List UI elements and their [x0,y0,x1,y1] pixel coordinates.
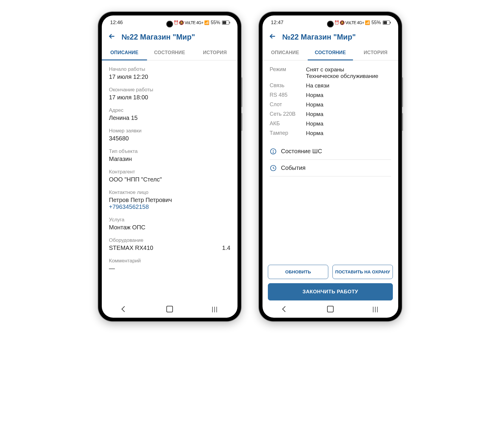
equipment-name: STEMAX RX410 [109,245,153,251]
clock: 12:47 [271,20,284,26]
type-label: Тип объекта [109,148,230,154]
service-label: Услуга [109,217,230,223]
end-label: Окончание работы [109,87,230,93]
slot-value: Норма [306,101,391,108]
hw-button-power [241,113,242,131]
status-icons: ⏰ 🔕 VoLTE 4G+ 📶 55% [174,20,229,25]
page-title: №22 Магазин "Мир" [121,33,195,41]
arm-button[interactable]: ПОСТАВИТЬ НА ОХРАНУ [332,265,393,279]
front-camera-icon [327,21,334,27]
address-label: Адрес [109,107,230,113]
request-label: Номер заявки [109,128,230,134]
loops-link[interactable]: Состояние ШС [270,143,391,160]
hw-button-volume [241,77,242,107]
phone-right: 12:47 ⏰ 🔕 VoLTE 4G+ 📶 55% №22 Магазин "М… [259,12,402,321]
refresh-button[interactable]: ОБНОВИТЬ [268,265,328,279]
system-nav-bar [262,300,398,318]
nav-recents-button[interactable] [370,306,382,313]
slot-key: Слот [270,101,302,108]
status-icons: ⏰ 🔕 VoLTE 4G+ 📶 55% [334,20,390,25]
nav-recents-button[interactable] [209,306,221,313]
battery-text: 55% [371,20,381,25]
nav-home-button[interactable] [164,306,176,312]
comment-label: Комментарий [109,258,230,264]
back-button[interactable] [268,32,277,42]
comment-value: — [109,265,230,272]
action-buttons-row: ОБНОВИТЬ ПОСТАВИТЬ НА ОХРАНУ [262,261,398,279]
net-key: Сеть 220В [270,111,302,118]
svg-point-2 [273,152,274,153]
status-content: Режим Снят с охраны Техническое обслужив… [262,62,398,261]
page-title: №22 Магазин "Мир" [282,33,356,41]
contact-label: Контактное лицо [109,189,230,195]
tab-description[interactable]: ОПИСАНИЕ [102,46,147,60]
service-value: Монтаж ОПС [109,224,230,231]
events-label: События [281,165,306,171]
tamper-key: Тампер [270,130,302,137]
status-indicators: ⏰ 🔕 VoLTE 4G+ 📶 [174,20,209,25]
app-header: №22 Магазин "Мир" [102,30,238,46]
start-label: Начало работы [109,66,230,72]
events-link[interactable]: События [270,160,391,176]
nav-home-button[interactable] [324,306,336,312]
front-camera-icon [166,21,173,27]
loops-label: Состояние ШС [281,148,322,155]
mode-key: Режим [270,66,302,79]
phone-left: 12:46 ⏰ 🔕 VoLTE 4G+ 📶 55% №22 Магазин "М… [98,12,241,321]
partner-value: ООО "НПП "Стелс" [109,176,230,183]
alert-circle-icon [270,148,277,155]
status-table: Режим Снят с охраны Техническое обслужив… [270,66,391,137]
tab-bar: ОПИСАНИЕ СОСТОЯНИЕ ИСТОРИЯ [262,46,398,60]
address-value: Ленина 15 [109,115,230,121]
akb-value: Норма [306,120,391,127]
tab-bar: ОПИСАНИЕ СОСТОЯНИЕ ИСТОРИЯ [102,46,238,60]
battery-icon [383,21,390,25]
back-button[interactable] [108,32,116,42]
battery-icon [222,21,229,25]
akb-key: АКБ [270,120,302,127]
tab-history[interactable]: ИСТОРИЯ [353,46,398,60]
rs-key: RS 485 [270,92,302,98]
hw-button-volume [402,77,403,107]
description-content: Начало работы 17 июля 12:20 Окончание ра… [102,62,238,300]
type-value: Магазин [109,156,230,162]
tab-history[interactable]: ИСТОРИЯ [192,46,238,60]
tab-status[interactable]: СОСТОЯНИЕ [147,46,192,60]
finish-work-button[interactable]: ЗАКОНЧИТЬ РАБОТУ [268,283,393,300]
link-value: На связи [306,82,391,89]
app-header: №22 Магазин "Мир" [262,30,398,46]
tab-description[interactable]: ОПИСАНИЕ [262,46,308,60]
start-value: 17 июля 12:20 [109,73,230,80]
clock: 12:46 [110,20,123,26]
nav-back-button[interactable] [279,307,291,311]
hw-button-power [402,113,403,131]
request-value: 345680 [109,135,230,142]
contact-name: Петров Петр Петрович [109,197,230,203]
partner-label: Контрагент [109,169,230,175]
net-value: Норма [306,111,391,118]
mode-value-1: Снят с охраны [306,66,391,73]
clock-icon [270,165,277,171]
end-value: 17 июля 18:00 [109,94,230,101]
equipment-version: 1.4 [222,245,230,251]
battery-text: 55% [211,20,220,25]
status-indicators: ⏰ 🔕 VoLTE 4G+ 📶 [334,20,370,25]
link-key: Связь [270,82,302,89]
equipment-label: Оборудование [109,237,230,243]
contact-phone-link[interactable]: +79634562158 [109,203,230,210]
mode-value-2: Техническое обслуживание [306,73,391,79]
tamper-value: Норма [306,130,391,137]
tab-status[interactable]: СОСТОЯНИЕ [308,46,353,60]
system-nav-bar [102,300,238,318]
nav-back-button[interactable] [118,307,130,311]
rs-value: Норма [306,92,391,98]
